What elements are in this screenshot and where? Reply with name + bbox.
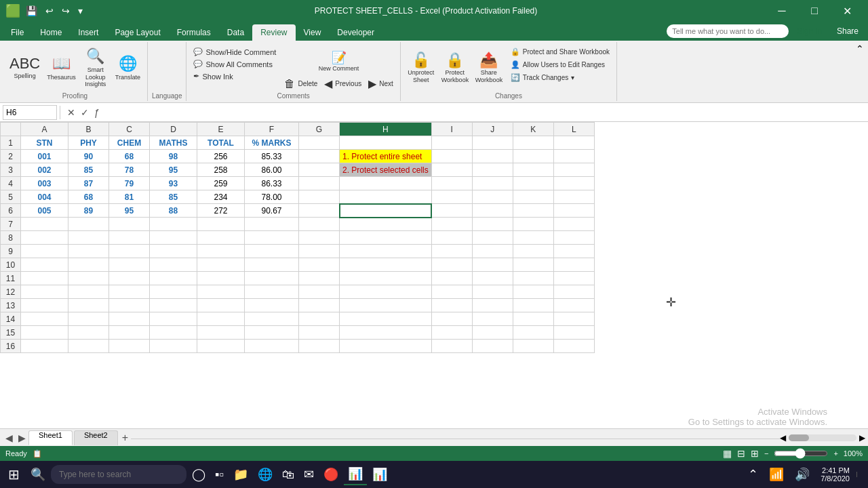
- cell-g6[interactable]: [299, 204, 340, 218]
- cell-h3[interactable]: 2. Protect selected cells: [340, 163, 432, 177]
- cell-i6[interactable]: [431, 204, 472, 218]
- cell-c3[interactable]: 78: [109, 163, 150, 177]
- redo-btn[interactable]: ↪: [59, 4, 73, 18]
- sign-in-btn[interactable]: Sign in: [791, 26, 827, 36]
- cell-f3[interactable]: 86.00: [245, 163, 299, 177]
- cell-a2[interactable]: 001: [21, 150, 68, 163]
- cell-k6[interactable]: [513, 204, 553, 218]
- cell-d1[interactable]: MATHS: [150, 136, 197, 150]
- sheet-nav-right[interactable]: ▶: [16, 432, 28, 443]
- confirm-formula-btn[interactable]: ✓: [79, 107, 90, 118]
- cell-l3[interactable]: [553, 163, 594, 177]
- task-view-btn[interactable]: ▪▫: [211, 465, 228, 485]
- cortana-btn[interactable]: ◯: [188, 464, 210, 485]
- page-layout-view-btn[interactable]: ⊟: [737, 448, 745, 459]
- col-header-i[interactable]: I: [431, 123, 472, 136]
- file-explorer-taskbar-btn[interactable]: 📁: [229, 464, 252, 485]
- delete-comment-btn[interactable]: 🗑 Delete: [281, 76, 320, 92]
- cell-d3[interactable]: 95: [150, 163, 197, 177]
- tab-file[interactable]: File: [3, 24, 32, 41]
- col-header-d[interactable]: D: [150, 123, 197, 136]
- normal-view-btn[interactable]: ▦: [723, 448, 732, 459]
- show-all-comments-btn[interactable]: 💬 Show All Comments: [191, 58, 279, 70]
- cell-d6[interactable]: 88: [150, 204, 197, 218]
- more-quick-btn[interactable]: ▾: [75, 4, 85, 18]
- network-icon[interactable]: 📶: [765, 464, 788, 485]
- cell-a6[interactable]: 005: [21, 204, 68, 218]
- cell-i5[interactable]: [431, 190, 472, 204]
- previous-comment-btn[interactable]: ◀ Previous: [321, 76, 364, 92]
- cell-d2[interactable]: 98: [150, 150, 197, 163]
- h-scroll-right[interactable]: ▶: [859, 433, 865, 443]
- tab-data[interactable]: Data: [219, 24, 252, 41]
- cell-e1[interactable]: TOTAL: [197, 136, 245, 150]
- cell-h4[interactable]: [340, 177, 432, 190]
- tab-insert[interactable]: Insert: [70, 24, 106, 41]
- formula-input[interactable]: [106, 108, 865, 117]
- tell-me-input[interactable]: [667, 24, 789, 38]
- cell-a1[interactable]: STN: [21, 136, 68, 150]
- cell-l5[interactable]: [553, 190, 594, 204]
- minimize-btn[interactable]: ─: [766, 0, 797, 22]
- track-changes-btn[interactable]: 🔄 Track Changes ▾: [508, 72, 612, 83]
- cell-h6-selected[interactable]: [340, 204, 432, 218]
- col-header-j[interactable]: J: [472, 123, 513, 136]
- cell-d5[interactable]: 85: [150, 190, 197, 204]
- cell-e2[interactable]: 256: [197, 150, 245, 163]
- cell-k4[interactable]: [513, 177, 553, 190]
- smart-lookup-btn[interactable]: 🔍 Smart Lookup Insights: [80, 45, 111, 91]
- sheet-nav-left[interactable]: ◀: [3, 432, 16, 443]
- cell-g3[interactable]: [299, 163, 340, 177]
- cell-c4[interactable]: 79: [109, 177, 150, 190]
- col-header-l[interactable]: L: [553, 123, 594, 136]
- cell-j5[interactable]: [472, 190, 513, 204]
- cell-f6[interactable]: 90.67: [245, 204, 299, 218]
- app5-taskbar-btn[interactable]: 🔴: [319, 464, 342, 485]
- maximize-btn[interactable]: □: [799, 0, 830, 22]
- cell-e4[interactable]: 259: [197, 177, 245, 190]
- cell-g4[interactable]: [299, 177, 340, 190]
- cell-l1[interactable]: [553, 136, 594, 150]
- cell-g5[interactable]: [299, 190, 340, 204]
- cell-f1[interactable]: % MARKS: [245, 136, 299, 150]
- cell-g1[interactable]: [299, 136, 340, 150]
- tab-review[interactable]: Review: [252, 24, 295, 41]
- show-hidden-icons-btn[interactable]: ⌃: [744, 464, 762, 485]
- share-workbook-btn[interactable]: 📤 Share Workbook: [473, 45, 505, 91]
- cell-e5[interactable]: 234: [197, 190, 245, 204]
- cell-b5[interactable]: 68: [68, 190, 109, 204]
- volume-icon[interactable]: 🔊: [791, 464, 814, 485]
- cell-j2[interactable]: [472, 150, 513, 163]
- cell-c1[interactable]: CHEM: [109, 136, 150, 150]
- name-box[interactable]: H6: [3, 105, 57, 120]
- tab-formulas[interactable]: Formulas: [169, 24, 219, 41]
- sheet-tab-sheet1[interactable]: Sheet1: [28, 430, 73, 445]
- close-btn[interactable]: ✕: [831, 0, 863, 22]
- cell-f2[interactable]: 85.33: [245, 150, 299, 163]
- cell-j6[interactable]: [472, 204, 513, 218]
- cell-b6[interactable]: 89: [68, 204, 109, 218]
- cell-l4[interactable]: [553, 177, 594, 190]
- cell-k1[interactable]: [513, 136, 553, 150]
- cell-k2[interactable]: [513, 150, 553, 163]
- edge-taskbar-btn[interactable]: 🌐: [254, 464, 277, 485]
- cell-j1[interactable]: [472, 136, 513, 150]
- page-break-view-btn[interactable]: ⊞: [751, 448, 759, 459]
- cell-b4[interactable]: 87: [68, 177, 109, 190]
- col-header-f[interactable]: F: [245, 123, 299, 136]
- thesaurus-btn[interactable]: 📖 Thesaurus: [44, 45, 79, 91]
- tab-view[interactable]: View: [296, 24, 330, 41]
- cell-a3[interactable]: 002: [21, 163, 68, 177]
- unprotect-sheet-btn[interactable]: 🔓 Unprotect Sheet: [405, 45, 437, 91]
- save-quick-btn[interactable]: 💾: [23, 4, 40, 18]
- cell-c5[interactable]: 81: [109, 190, 150, 204]
- cell-c2[interactable]: 68: [109, 150, 150, 163]
- col-header-h[interactable]: H: [340, 123, 432, 136]
- search-taskbar-icon[interactable]: 🔍: [26, 464, 50, 485]
- cell-j3[interactable]: [472, 163, 513, 177]
- col-header-g[interactable]: G: [299, 123, 340, 136]
- show-desktop-btn[interactable]: [856, 472, 865, 477]
- ppt-taskbar-btn[interactable]: 📊: [368, 464, 391, 485]
- taskbar-clock[interactable]: 2:41 PM 7/8/2020: [815, 466, 855, 483]
- undo-btn[interactable]: ↩: [43, 4, 56, 18]
